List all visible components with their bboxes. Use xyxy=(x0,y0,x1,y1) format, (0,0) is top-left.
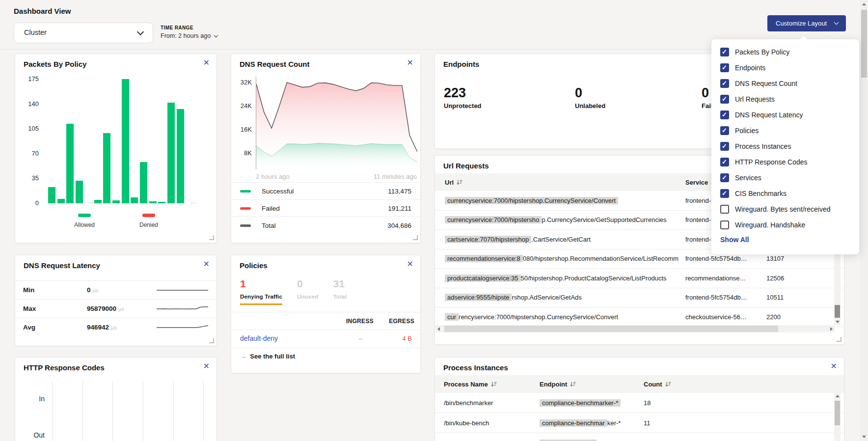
checkbox-unchecked-icon[interactable] xyxy=(720,205,729,214)
checkbox-checked-icon[interactable] xyxy=(720,110,729,119)
column-header-endpoint[interactable]: Endpoint xyxy=(540,381,644,388)
x-axis-label-start: 2 hours ago xyxy=(256,173,290,180)
url-highlight: currencyservice:7000/hipstershop.Currenc… xyxy=(445,197,618,204)
checkbox-checked-icon[interactable] xyxy=(720,48,729,56)
scrollbar-thumb[interactable] xyxy=(835,401,840,425)
view-selector[interactable]: Cluster xyxy=(14,23,153,43)
y-axis-tick: 24K xyxy=(231,102,252,110)
policy-egress-value: 4 B xyxy=(402,335,412,342)
menu-item-http-response-codes[interactable]: HTTP Response Codes xyxy=(720,157,852,167)
menu-item-url-requests[interactable]: Url Requests xyxy=(720,94,852,104)
vertical-scrollbar[interactable] xyxy=(834,393,841,441)
stat-label: Unprotected xyxy=(444,102,482,110)
card-title: Process Instances xyxy=(443,363,508,372)
scrollbar-thumb[interactable] xyxy=(861,10,867,78)
y-axis-tick: 35 xyxy=(21,174,39,182)
checkbox-checked-icon[interactable] xyxy=(720,189,729,198)
menu-item-policies[interactable]: Policies xyxy=(720,126,852,136)
menu-item-endpoints[interactable]: Endpoints xyxy=(720,63,852,73)
column-header-count[interactable]: Count xyxy=(644,381,844,388)
horizontal-scrollbar[interactable] xyxy=(435,325,835,332)
scrollbar-thumb[interactable] xyxy=(835,305,840,318)
menu-item-label: Wireguard. Handshake xyxy=(735,221,805,229)
url-cell: adservice:9555/hipstershop.AdService/Get… xyxy=(445,294,685,301)
close-icon[interactable] xyxy=(203,59,210,67)
close-icon[interactable] xyxy=(203,362,210,370)
checkbox-checked-icon[interactable] xyxy=(720,142,729,151)
table-row: adservice:9555/hipstershop.AdService/Get… xyxy=(435,288,844,308)
card-dns-request-count: DNS Request Count 8K16K24K32K xyxy=(231,54,421,243)
checkbox-checked-icon[interactable] xyxy=(720,79,729,88)
stat-label: Unlabeled xyxy=(575,102,605,110)
latency-value: 95879000 xyxy=(87,305,116,312)
card-packets-by-policy: Packets By Policy 03570105140175 Allowed… xyxy=(15,54,217,243)
time-range-value[interactable]: From: 2 hours ago xyxy=(161,32,218,39)
column-header-egress: EGRESS xyxy=(389,318,414,325)
url-rest: 50/hipstershop.ProductCatalogService/Lis… xyxy=(521,275,667,282)
allowed-bar xyxy=(177,109,184,203)
resize-handle[interactable] xyxy=(209,338,214,343)
latency-metric-label: Min xyxy=(23,286,87,294)
customize-layout-menu: Packets By PolicyEndpointsDNS Request Co… xyxy=(711,39,859,254)
dns-area-chart xyxy=(256,77,417,169)
resize-handle[interactable] xyxy=(209,235,214,240)
checkbox-checked-icon[interactable] xyxy=(720,95,729,104)
endpoint-cell: compliance-benchmarker-* xyxy=(540,419,644,427)
checkbox-checked-icon[interactable] xyxy=(720,173,729,182)
close-icon[interactable] xyxy=(831,362,837,370)
menu-item-process-instances[interactable]: Process Instances xyxy=(720,141,852,151)
menu-item-dns-request-latency[interactable]: DNS Request Latency xyxy=(720,110,852,120)
resize-handle[interactable] xyxy=(837,337,841,342)
column-header-process-name[interactable]: Process Name xyxy=(444,381,540,388)
customize-layout-button[interactable]: Customize Layout xyxy=(767,15,846,31)
menu-item-packets-by-policy[interactable]: Packets By Policy xyxy=(720,47,852,57)
scroll-down-arrow[interactable] xyxy=(836,321,840,323)
card-dns-request-latency: DNS Request Latency Min0µsMax95879000µsA… xyxy=(15,255,217,346)
policies-tab-denying-traffic[interactable]: 1Denying Traffic xyxy=(240,278,282,305)
endpoint-cell: compliance-benchmarker-* xyxy=(540,440,644,441)
column-header-url[interactable]: Url xyxy=(445,179,685,186)
show-all-link[interactable]: Show All xyxy=(720,236,749,244)
endpoint-cell: compliance-benchmarker-* xyxy=(540,399,644,407)
card-title: DNS Request Latency xyxy=(24,261,100,270)
policies-tab-unused[interactable]: 0Unused xyxy=(297,278,318,305)
page-scrollbar[interactable] xyxy=(860,0,868,441)
count-cell: 9 xyxy=(644,440,844,441)
table-row: /bin/kube-benchcompliance-benchmarker-*1… xyxy=(435,413,844,433)
checkbox-unchecked-icon[interactable] xyxy=(720,220,729,229)
see-full-list-link[interactable]: See the full list xyxy=(240,353,295,360)
menu-item-wireguard-handshake[interactable]: Wireguard. Handshake xyxy=(720,220,852,230)
y-axis-tick: 175 xyxy=(21,75,39,83)
dns-legend: Successful 113,475 Failed 191,211 Total … xyxy=(231,182,420,234)
policies-tab-total[interactable]: 31Total xyxy=(333,278,347,305)
checkbox-checked-icon[interactable] xyxy=(720,126,729,135)
denied-bar xyxy=(190,202,197,203)
url-highlight: cartservice:7070/hipstershop xyxy=(445,236,531,243)
resize-handle[interactable] xyxy=(413,235,418,240)
close-icon[interactable] xyxy=(407,59,413,67)
menu-item-dns-request-count[interactable]: DNS Request Count xyxy=(720,79,852,88)
close-icon[interactable] xyxy=(407,260,413,268)
gridline xyxy=(203,381,204,441)
menu-item-services[interactable]: Services xyxy=(720,173,852,183)
scroll-left-arrow[interactable] xyxy=(437,327,440,331)
close-icon[interactable] xyxy=(203,260,210,268)
checkbox-checked-icon[interactable] xyxy=(720,63,729,72)
menu-item-wireguard-bytes-sent-received[interactable]: Wireguard. Bytes sent/received xyxy=(720,204,852,214)
scroll-up-arrow[interactable] xyxy=(862,3,866,5)
tab-count: 1 xyxy=(240,278,282,290)
checkbox-checked-icon[interactable] xyxy=(720,158,729,166)
customize-layout-label: Customize Layout xyxy=(776,20,827,27)
policy-link[interactable]: default-deny xyxy=(240,334,278,342)
menu-item-cis-benchmarks[interactable]: CIS Benchmarks xyxy=(720,189,852,198)
scroll-up-arrow[interactable] xyxy=(836,395,840,397)
scroll-down-arrow[interactable] xyxy=(862,436,866,438)
scroll-right-arrow[interactable] xyxy=(830,327,833,331)
column-label: Endpoint xyxy=(540,381,567,388)
card-title: Packets By Policy xyxy=(24,60,86,68)
scrollbar-thumb[interactable] xyxy=(444,326,778,332)
stat-value: 223 xyxy=(444,85,482,101)
allowed-bar xyxy=(167,103,175,203)
chevron-down-icon xyxy=(834,20,839,25)
menu-item-label: Process Instances xyxy=(735,142,791,150)
